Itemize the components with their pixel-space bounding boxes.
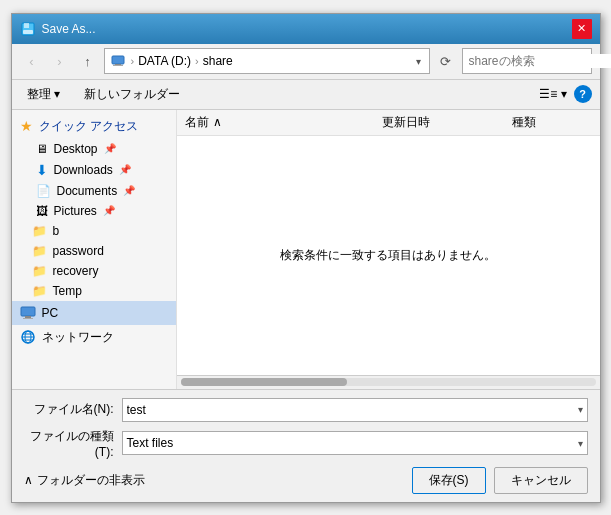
pin-icon-downloads: 📌 (119, 164, 131, 175)
folder-toggle[interactable]: ∧ フォルダーの非表示 (24, 472, 145, 489)
file-header: 名前 ∧ 更新日時 種類 (177, 110, 600, 136)
breadcrumb-dropdown-button[interactable]: ▾ (414, 55, 423, 68)
filename-input-wrapper[interactable]: ▾ (122, 398, 588, 422)
breadcrumb-sep-1: › (131, 55, 135, 67)
breadcrumb-share[interactable]: share (203, 54, 233, 68)
scrollbar-thumb[interactable] (181, 378, 347, 386)
title-bar-title: Save As... (42, 22, 96, 36)
sort-arrow-icon: ∧ (213, 115, 222, 129)
sidebar-item-password[interactable]: 📁 password (12, 241, 176, 261)
svg-rect-8 (23, 318, 33, 319)
folder-temp-icon: 📁 (32, 284, 47, 298)
pin-icon-docs: 📌 (123, 185, 135, 196)
col-name-label: 名前 (185, 114, 209, 131)
sidebar-temp-label: Temp (53, 284, 82, 298)
svg-rect-5 (113, 65, 123, 66)
col-date-header[interactable]: 更新日時 (382, 114, 512, 131)
back-button[interactable]: ‹ (20, 49, 44, 73)
title-bar-app-icon (20, 21, 36, 37)
documents-icon: 📄 (36, 184, 51, 198)
svg-rect-6 (21, 307, 35, 316)
bottom-section: ファイル名(N): ▾ ファイルの種類(T): Text files ▾ ∧ フ… (12, 389, 600, 502)
sidebar-quick-access-header[interactable]: ★ クイック アクセス (12, 114, 176, 139)
secondary-toolbar: 整理 ▾ 新しいフォルダー ☰≡ ▾ ? (12, 80, 600, 110)
sidebar-desktop-label: Desktop (54, 142, 98, 156)
breadcrumb-sep-2: › (195, 55, 199, 67)
horizontal-scrollbar[interactable] (177, 375, 600, 389)
pc-icon (20, 305, 36, 321)
view-mode-button[interactable]: ☰≡ ▾ (534, 84, 571, 104)
pin-icon-pics: 📌 (103, 205, 115, 216)
sidebar-downloads-label: Downloads (54, 163, 113, 177)
sidebar-pictures-label: Pictures (54, 204, 97, 218)
col-type-header[interactable]: 種類 (512, 114, 592, 131)
new-folder-button[interactable]: 新しいフォルダー (75, 83, 189, 106)
file-list: 検索条件に一致する項目はありません。 (177, 136, 600, 375)
search-input[interactable] (469, 54, 612, 68)
save-button[interactable]: 保存(S) (412, 467, 486, 494)
pin-icon: 📌 (104, 143, 116, 154)
quick-access-label: クイック アクセス (39, 118, 138, 135)
sidebar-network-label: ネットワーク (42, 329, 114, 346)
col-name-header[interactable]: 名前 ∧ (185, 114, 382, 131)
close-button[interactable]: ✕ (572, 19, 592, 39)
sidebar-documents-label: Documents (57, 184, 118, 198)
organize-button[interactable]: 整理 ▾ (20, 83, 67, 106)
sidebar-item-temp[interactable]: 📁 Temp (12, 281, 176, 301)
folder-toggle-label: フォルダーの非表示 (37, 472, 145, 489)
view-icon: ☰≡ (539, 87, 557, 101)
breadcrumb-pc[interactable] (111, 54, 127, 69)
downloads-icon: ⬇ (36, 162, 48, 178)
file-pane: 名前 ∧ 更新日時 種類 検索条件に一致する項目はありません。 (177, 110, 600, 389)
svg-rect-2 (23, 30, 33, 34)
sidebar-password-label: password (53, 244, 104, 258)
title-bar-left: Save As... (20, 21, 96, 37)
scrollbar-track[interactable] (181, 378, 596, 386)
sidebar: ★ クイック アクセス 🖥 Desktop 📌 ⬇ Downloads 📌 📄 … (12, 110, 177, 389)
svg-rect-1 (24, 23, 29, 28)
sidebar-item-downloads[interactable]: ⬇ Downloads 📌 (12, 159, 176, 181)
filetype-row: ファイルの種類(T): Text files ▾ (24, 428, 588, 459)
filename-dropdown-arrow[interactable]: ▾ (578, 404, 583, 415)
network-icon (20, 329, 36, 345)
filename-label: ファイル名(N): (24, 401, 114, 418)
forward-button[interactable]: › (48, 49, 72, 73)
cancel-button[interactable]: キャンセル (494, 467, 588, 494)
pictures-icon: 🖼 (36, 204, 48, 218)
svg-rect-3 (112, 56, 124, 64)
folder-recovery-icon: 📁 (32, 264, 47, 278)
sidebar-item-desktop[interactable]: 🖥 Desktop 📌 (12, 139, 176, 159)
sidebar-item-network[interactable]: ネットワーク (12, 325, 176, 350)
title-bar: Save As... ✕ (12, 14, 600, 44)
svg-rect-7 (25, 316, 31, 318)
filetype-value: Text files (127, 436, 578, 450)
folder-password-icon: 📁 (32, 244, 47, 258)
view-controls: ☰≡ ▾ ? (534, 84, 591, 104)
breadcrumb-data-drive[interactable]: DATA (D:) (138, 54, 191, 68)
help-button[interactable]: ? (574, 85, 592, 103)
breadcrumb-bar[interactable]: › DATA (D:) › share ▾ (104, 48, 430, 74)
filetype-dropdown-arrow[interactable]: ▾ (578, 438, 583, 449)
refresh-button[interactable]: ⟳ (434, 48, 458, 74)
filename-row: ファイル名(N): ▾ (24, 398, 588, 422)
save-as-dialog: Save As... ✕ ‹ › ↑ › DATA (D:) › share ▾… (11, 13, 601, 503)
navigation-toolbar: ‹ › ↑ › DATA (D:) › share ▾ ⟳ 🔍 (12, 44, 600, 80)
up-button[interactable]: ↑ (76, 49, 100, 73)
search-bar[interactable]: 🔍 (462, 48, 592, 74)
sidebar-item-b[interactable]: 📁 b (12, 221, 176, 241)
desktop-icon: 🖥 (36, 142, 48, 156)
filename-input[interactable] (127, 403, 578, 417)
folder-toggle-arrow-icon: ∧ (24, 473, 33, 487)
sidebar-item-pc[interactable]: PC (12, 301, 176, 325)
filetype-select-wrapper[interactable]: Text files ▾ (122, 431, 588, 455)
folder-b-icon: 📁 (32, 224, 47, 238)
sidebar-pc-label: PC (42, 306, 59, 320)
filetype-label: ファイルの種類(T): (24, 428, 114, 459)
sidebar-item-documents[interactable]: 📄 Documents 📌 (12, 181, 176, 201)
sidebar-item-pictures[interactable]: 🖼 Pictures 📌 (12, 201, 176, 221)
empty-message: 検索条件に一致する項目はありません。 (280, 247, 496, 264)
sidebar-item-recovery[interactable]: 📁 recovery (12, 261, 176, 281)
action-row: ∧ フォルダーの非表示 保存(S) キャンセル (24, 467, 588, 494)
star-icon: ★ (20, 118, 33, 134)
sidebar-recovery-label: recovery (53, 264, 99, 278)
